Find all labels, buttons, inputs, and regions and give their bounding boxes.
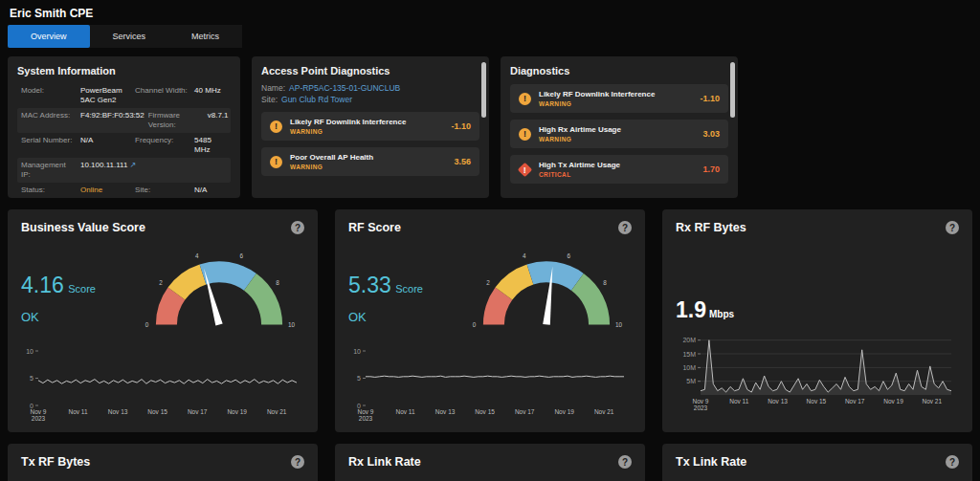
svg-text:Nov 17: Nov 17 [188,408,208,415]
bottom-charts-row: Tx RF Bytes ? Rx Link Rate ? Tx Link Rat… [8,444,972,481]
management-ip-link[interactable]: 10.100.11.111 [80,161,127,169]
rf-score-panel: RF Score ? 5.33 Score OK 0246810 0510Nov… [335,209,645,432]
access-point-diagnostics-panel: Access Point Diagnostics Name:AP-RP5AC-1… [252,56,489,198]
svg-text:8: 8 [603,278,607,285]
alert-card[interactable]: ! Likely RF Downlink Interference WARNIN… [261,112,479,141]
mac-address-label: MAC Address: [21,111,77,130]
alert-severity: CRITICAL [539,171,695,178]
alert-title: High Tx Airtime Usage [539,161,695,169]
score-charts-row: Business Value Score ? 4.16 Score OK 024… [8,209,972,432]
info-row-model: Model:PowerBeam 5AC Gen2 Channel Width:4… [17,83,231,108]
svg-text:2: 2 [486,278,490,285]
rx-link-rate-panel: Rx Link Rate ? [335,444,645,481]
firmware-version-label: Firmware Version: [148,111,204,130]
tab-overview[interactable]: Overview [8,25,90,48]
warning-icon: ! [519,93,531,105]
scrollbar[interactable] [730,62,735,118]
warning-icon: ! [270,120,282,133]
business-score: 4.16 Score [21,273,134,298]
rf-score-row: 5.33 Score OK 0246810 [348,242,632,341]
mac-address-value: F4:92:BF:F0:53:52 [80,111,145,130]
alert-title: Likely RF Downlink Interference [539,90,692,98]
alert-card[interactable]: ! High Tx Airtime Usage CRITICAL 1.70 [510,155,728,184]
channel-width-value: 40 MHz [194,86,227,105]
svg-text:10: 10 [353,348,361,355]
help-icon[interactable]: ? [946,221,959,234]
help-icon[interactable]: ? [291,455,304,469]
page: Eric Smith CPE Overview Services Metrics… [0,0,980,481]
frequency-value: 5485 MHz [194,136,227,155]
help-icon[interactable]: ? [618,221,632,234]
svg-text:Nov 11: Nov 11 [729,398,748,404]
svg-text:2: 2 [159,278,163,285]
svg-text:8: 8 [276,278,279,285]
scrollbar[interactable] [481,62,486,118]
channel-width-label: Channel Width: [135,86,190,105]
business-value-score-panel: Business Value Score ? 4.16 Score OK 024… [8,209,318,432]
svg-text:Nov 92023: Nov 92023 [31,408,47,422]
svg-text:Nov 19: Nov 19 [227,408,247,415]
alert-value: -1.10 [700,94,720,103]
rx-rf-bytes-title: Rx RF Bytes [676,221,746,234]
status-value: Online [80,186,131,195]
rf-score-title: RF Score [348,221,401,234]
svg-text:Nov 15: Nov 15 [807,398,827,404]
ap-alert-list: ! Likely RF Downlink Interference WARNIN… [261,112,479,176]
site-value: N/A [194,186,227,195]
firmware-version-value: v8.7.1 [208,111,229,130]
tab-services[interactable]: Services [90,25,169,48]
svg-text:10: 10 [615,320,623,327]
ap-site-link[interactable]: Gun Club Rd Tower [281,95,352,104]
svg-text:20M: 20M [682,337,696,343]
svg-text:0: 0 [145,320,149,327]
svg-text:5: 5 [30,375,33,382]
svg-text:Nov 13: Nov 13 [108,408,128,415]
warning-icon: ! [519,128,531,141]
alert-severity: WARNING [539,100,692,107]
help-icon[interactable]: ? [291,221,304,234]
business-score-row: 4.16 Score OK 0246810 [21,242,304,341]
alert-severity: WARNING [539,136,695,142]
business-score-gauge-chart: 0246810 [134,247,304,338]
info-row-section: System Information Model:PowerBeam 5AC G… [8,56,972,198]
svg-text:10M: 10M [682,364,696,371]
ap-name-line: Name:AP-RP5AC-135-01-GUNCLUB [261,83,479,93]
help-icon[interactable]: ? [618,455,632,469]
alert-card[interactable]: ! Poor Overall AP Health WARNING 3.56 [261,147,479,176]
svg-text:Nov 21: Nov 21 [267,408,287,415]
ap-name-link[interactable]: AP-RP5AC-135-01-GUNCLUB [289,83,400,93]
alert-title: Likely RF Downlink Interference [290,118,443,126]
svg-text:Nov 21: Nov 21 [922,398,942,404]
tab-metrics[interactable]: Metrics [168,25,242,48]
serial-number-label: Serial Number: [21,136,77,155]
ap-site-label: Site: [261,95,278,104]
model-value: PowerBeam 5AC Gen2 [80,86,131,105]
svg-text:Nov 13: Nov 13 [435,408,456,415]
svg-text:Nov 11: Nov 11 [395,408,414,415]
model-label: Model: [21,86,77,105]
alert-card[interactable]: ! Likely RF Downlink Interference WARNIN… [510,84,728,113]
alert-card[interactable]: ! High Rx Airtime Usage WARNING 3.03 [510,120,728,148]
info-row-serial: Serial Number:N/A Frequency:5485 MHz [17,133,231,158]
diagnostics-alert-list: ! Likely RF Downlink Interference WARNIN… [510,84,728,184]
rf-score: 5.33 Score [348,273,461,298]
svg-text:0: 0 [473,320,477,327]
external-link-icon: ↗ [129,161,136,169]
svg-text:Nov 92023: Nov 92023 [358,408,374,422]
warning-icon: ! [518,162,533,177]
svg-text:6: 6 [568,252,571,259]
rx-rf-bytes-chart: 5M10M15M20MNov 92023Nov 11Nov 13Nov 15No… [676,331,959,411]
access-point-diagnostics-title: Access Point Diagnostics [261,65,479,77]
alert-severity: WARNING [290,164,446,170]
info-row-management-ip: Management IP:10.100.11.111↗ [17,158,231,183]
rx-rf-bytes-panel: Rx RF Bytes ? 1.9Mbps 5M10M15M20MNov 920… [662,209,972,432]
page-title: Eric Smith CPE [0,0,980,25]
diagnostics-panel: Diagnostics ! Likely RF Downlink Interfe… [501,56,738,198]
business-score-status: OK [21,310,134,324]
alert-severity: WARNING [290,128,443,135]
alert-title: High Rx Airtime Usage [539,125,695,134]
alert-value: 3.03 [702,129,720,139]
rf-score-trend-chart: 0510Nov 92023Nov 11Nov 13Nov 15Nov 17Nov… [348,347,632,422]
svg-text:5: 5 [357,375,361,382]
help-icon[interactable]: ? [946,455,959,469]
